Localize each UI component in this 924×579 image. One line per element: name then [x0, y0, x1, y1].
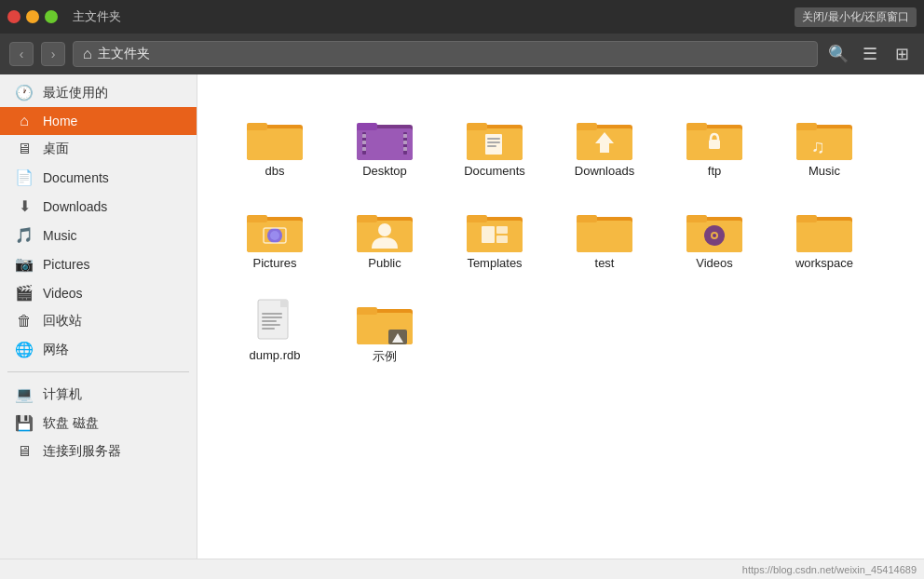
file-item-videos[interactable]: Videos	[663, 193, 766, 277]
connect-icon: 🖥	[15, 443, 34, 460]
svg-rect-28	[709, 140, 720, 149]
network-icon: 🌐	[15, 341, 34, 358]
svg-point-37	[270, 231, 279, 240]
file-item-documents[interactable]: Documents	[443, 101, 546, 185]
statusbar-text: https://blog.csdn.net/weixin_45414689	[742, 564, 917, 575]
back-button[interactable]: ‹	[9, 42, 34, 66]
sidebar-section-devices: 💻 计算机 💾 软盘 磁盘 🖥 连接到服务器	[0, 376, 197, 469]
recent-icon: 🕐	[15, 84, 34, 101]
file-item-music[interactable]: ♫ Music	[773, 101, 876, 185]
svg-rect-27	[686, 123, 707, 130]
file-label-workspace: workspace	[795, 256, 853, 270]
svg-rect-45	[467, 215, 487, 222]
close-button[interactable]	[7, 10, 20, 23]
sidebar-label-recent: 最近使用的	[43, 85, 108, 101]
sidebar-section-main: 🕐 最近使用的 ⌂ Home 🖥 桌面 📄 Documents ⬇ D	[0, 74, 197, 368]
downloads-icon: ⬇	[15, 197, 34, 215]
folder-icon-videos	[685, 204, 744, 256]
file-item-pictures[interactable]: Pictures	[224, 193, 326, 277]
svg-rect-47	[496, 226, 508, 234]
folder-icon-ftp	[685, 112, 744, 164]
sidebar-item-connect[interactable]: 🖥 连接到服务器	[0, 438, 197, 465]
svg-rect-35	[247, 215, 267, 222]
sidebar-item-pictures[interactable]: 📷 Pictures	[0, 249, 197, 278]
svg-rect-65	[262, 316, 282, 318]
sidebar-item-computer[interactable]: 💻 计算机	[0, 380, 197, 409]
file-item-dbs[interactable]: dbs	[224, 101, 326, 185]
sidebar-item-recent[interactable]: 🕐 最近使用的	[0, 78, 197, 107]
file-item-downloads[interactable]: Downloads	[553, 101, 656, 185]
folder-icon-documents	[465, 112, 524, 164]
folder-icon-music: ♫	[795, 112, 854, 164]
svg-rect-12	[403, 141, 407, 144]
forward-button[interactable]: ›	[41, 42, 65, 66]
sidebar-label-trash: 回收站	[43, 313, 82, 330]
file-label-documents: Documents	[464, 164, 525, 178]
file-label-music: Music	[808, 164, 840, 178]
sidebar-label-music: Music	[43, 228, 77, 243]
file-item-dump[interactable]: dump.rdb	[224, 285, 326, 372]
svg-rect-16	[467, 123, 487, 130]
svg-rect-68	[262, 328, 275, 330]
folder-icon-templates	[465, 204, 524, 256]
svg-point-42	[378, 223, 391, 236]
desktop-icon: 🖥	[15, 141, 34, 157]
sidebar-item-network[interactable]: 🌐 网络	[0, 335, 197, 364]
file-label-dump: dump.rdb	[250, 348, 301, 362]
sidebar-item-music[interactable]: 🎵 Music	[0, 221, 197, 249]
file-item-workspace[interactable]: workspace	[773, 193, 876, 277]
window-title: 主文件夹	[73, 8, 121, 25]
file-item-templates[interactable]: Templates	[443, 193, 546, 277]
location-bar[interactable]: ⌂ 主文件夹	[73, 41, 818, 67]
svg-rect-71	[357, 307, 377, 315]
sidebar-item-trash[interactable]: 🗑 回收站	[0, 307, 197, 335]
window-tooltip: 关闭/最小化/还原窗口	[795, 7, 917, 27]
file-label-example: 示例	[373, 348, 397, 365]
sidebar-label-network: 网络	[43, 342, 69, 358]
svg-rect-1	[247, 128, 303, 160]
sidebar-divider	[7, 371, 189, 372]
window-controls	[7, 10, 58, 23]
titlebar: 主文件夹 关闭/最小化/还原窗口	[0, 0, 924, 34]
sidebar-label-pictures: Pictures	[43, 257, 90, 272]
svg-rect-59	[796, 221, 852, 252]
sidebar-label-computer: 计算机	[43, 386, 82, 403]
svg-rect-51	[577, 215, 597, 222]
sidebar-item-documents[interactable]: 📄 Documents	[0, 163, 197, 192]
sidebar-label-documents: Documents	[43, 170, 109, 185]
folder-icon-example	[355, 296, 414, 348]
file-label-pictures: Pictures	[253, 256, 297, 270]
sidebar-item-home[interactable]: ⌂ Home	[0, 107, 197, 135]
svg-point-57	[713, 234, 716, 237]
sidebar-item-desktop[interactable]: 🖥 桌面	[0, 135, 197, 163]
folder-icon-public	[355, 204, 414, 256]
minimize-button[interactable]	[26, 10, 39, 23]
file-item-example[interactable]: 示例	[333, 285, 436, 372]
file-item-desktop[interactable]: Desktop	[333, 101, 436, 185]
videos-icon: 🎬	[15, 284, 34, 302]
svg-rect-41	[357, 215, 377, 222]
svg-rect-11	[403, 134, 407, 138]
sidebar-label-desktop: 桌面	[43, 141, 69, 157]
svg-rect-64	[262, 313, 282, 315]
file-item-public[interactable]: Public	[333, 193, 436, 277]
home-sidebar-icon: ⌂	[15, 113, 34, 129]
file-item-ftp[interactable]: ftp	[663, 101, 766, 185]
file-label-ftp: ftp	[708, 164, 721, 178]
toolbar: ‹ › ⌂ 主文件夹 🔍 ☰ ⊞	[0, 34, 924, 74]
toolbar-right: 🔍 ☰ ⊞	[825, 41, 915, 67]
sidebar-label-floppy: 软盘 磁盘	[43, 415, 99, 432]
sidebar-item-downloads[interactable]: ⬇ Downloads	[0, 192, 197, 221]
svg-rect-17	[485, 134, 502, 155]
sidebar: 🕐 最近使用的 ⌂ Home 🖥 桌面 📄 Documents ⬇ D	[0, 74, 197, 559]
svg-rect-60	[796, 215, 817, 222]
sidebar-item-videos[interactable]: 🎬 Videos	[0, 278, 197, 307]
search-button[interactable]: 🔍	[825, 41, 851, 67]
list-view-button[interactable]: ☰	[857, 41, 883, 67]
content-area: 🕐 最近使用的 ⌂ Home 🖥 桌面 📄 Documents ⬇ D	[0, 74, 924, 559]
sidebar-item-floppy[interactable]: 💾 软盘 磁盘	[0, 409, 197, 438]
file-item-test[interactable]: test	[553, 193, 656, 277]
svg-rect-54	[686, 215, 707, 222]
maximize-button[interactable]	[45, 10, 58, 23]
grid-view-button[interactable]: ⊞	[889, 41, 915, 67]
